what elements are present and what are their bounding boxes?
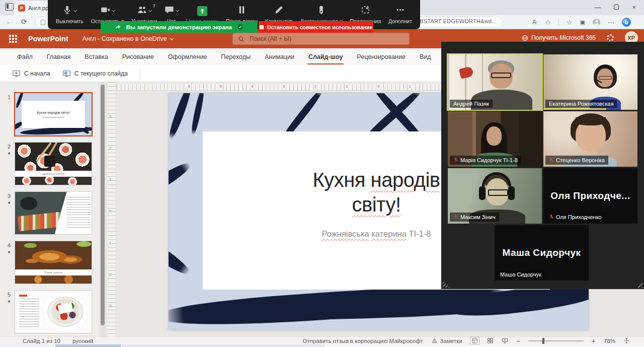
horizontal-ruler: 65432101	[117, 84, 441, 91]
screen-sharing-banner: Вы запустили демонстрацию экрана	[101, 21, 258, 33]
maximize-button[interactable]	[614, 5, 619, 10]
skewers-photo	[18, 212, 62, 232]
minimize-button[interactable]: —	[594, 4, 601, 11]
zoom-slider[interactable]	[528, 340, 584, 341]
thumbnail-row-1: 1 Кухня народів світу!	[0, 93, 99, 135]
muted-mic-icon	[549, 214, 554, 221]
from-current-slide-button[interactable]: С текущего слайда	[57, 67, 133, 80]
from-beginning-button[interactable]: С начала	[7, 67, 55, 80]
participant-name-label: Оля Приходченко	[545, 213, 605, 222]
divider	[558, 19, 559, 26]
thumbnail-row-5: 5★	[0, 291, 99, 333]
resize-handle[interactable]	[635, 281, 642, 288]
ribbon-tab-Главная[interactable]: Главная	[40, 48, 78, 65]
notes-toggle[interactable]: Заметки	[431, 337, 462, 344]
ribbon-tab-Рецензирование[interactable]: Рецензирование	[350, 48, 413, 65]
chevron-down-icon[interactable]	[112, 8, 115, 12]
ribbon-tab-Слайд-шоу[interactable]: Слайд-шоу	[301, 48, 350, 65]
ruler-number: 2	[313, 84, 317, 89]
participant-tile-4[interactable]: Стеценко Вероніка	[543, 111, 637, 167]
favorites-add-icon[interactable]: ☆	[545, 19, 551, 26]
resize-handle[interactable]	[443, 281, 450, 288]
ribbon-tab-Вид[interactable]: Вид	[413, 48, 438, 65]
slide-sorter-button[interactable]	[487, 337, 494, 344]
slide-thumbnail-3[interactable]	[15, 192, 92, 234]
search-input[interactable]	[249, 35, 404, 43]
status-right: Отправить отзыв в корпорацию Майкрософт …	[303, 337, 644, 345]
apps-icon	[361, 5, 370, 17]
favorites-bar-icon[interactable]: ☆	[567, 19, 573, 26]
chevron-down-icon	[170, 37, 174, 40]
feedback-link[interactable]: Отправить отзыв в корпорацию Майкрософт	[303, 338, 423, 344]
scrollbar-thumb[interactable]	[101, 85, 105, 325]
participant-tile-7[interactable]: Маша СидорчукМаша Сидорчук	[495, 225, 589, 281]
zoom-toolbar-mute[interactable]: Выключить	[56, 6, 84, 24]
highlight-bar	[543, 108, 606, 110]
language-indicator[interactable]: русский	[72, 338, 93, 344]
ruler-number: 3	[109, 114, 111, 119]
participant-tile-6[interactable]: Оля Приходче...Оля Приходченко	[543, 168, 637, 224]
remote-control-icon	[316, 5, 326, 17]
ribbon-tab-Переходы[interactable]: Переходы	[214, 48, 258, 65]
zoom-in-button[interactable]: +	[592, 337, 596, 345]
reload-icon[interactable]: ⟳	[21, 18, 27, 26]
zoom-slider-handle[interactable]	[542, 338, 544, 344]
ribbon-tab-Файл[interactable]: Файл	[10, 48, 40, 65]
upgrade-link[interactable]: Получить Microsoft 365	[522, 34, 596, 41]
slide-number: 4	[8, 242, 11, 248]
settings-gear-icon[interactable]	[607, 34, 614, 41]
app-launcher-icon[interactable]	[9, 35, 17, 43]
ribbon-tab-Вставка[interactable]: Вставка	[77, 48, 115, 65]
read-aloud-icon[interactable]: A⁾	[532, 19, 537, 26]
normal-view-button[interactable]	[470, 337, 479, 344]
chevron-down-icon[interactable]	[148, 8, 152, 12]
ruler-number: 6	[187, 84, 191, 89]
stop-sharing-button[interactable]: Остановить совместное использование	[259, 21, 373, 33]
collections-icon[interactable]: ▣	[580, 19, 585, 26]
slide-thumbnail-1[interactable]: Кухня народів світу!	[15, 93, 92, 135]
fit-to-window-button[interactable]	[623, 337, 630, 344]
thumbnail-scrollbar[interactable]	[100, 82, 105, 336]
slideshow-icon	[502, 337, 508, 344]
participant-tile-2[interactable]: Екатерина Рожнятовская	[543, 54, 637, 110]
vertical-ruler: 3210123	[108, 82, 116, 336]
slideshow-view-button[interactable]	[502, 337, 508, 344]
ruler-number: 3	[109, 303, 111, 309]
zoom-toolbar-more[interactable]: Дополнит	[388, 6, 412, 24]
chevron-down-icon[interactable]	[73, 8, 77, 12]
app-name[interactable]: PowerPoint	[28, 35, 68, 43]
participant-name-label: Марія Сидорчук ТІ-1-8	[450, 156, 521, 165]
ribbon-tab-Анимации[interactable]: Анимации	[258, 48, 301, 65]
slide-thumbnail-2[interactable]: japanese cuisine	[15, 143, 92, 185]
divider	[140, 68, 140, 79]
page-icon	[41, 20, 45, 25]
thumbnail-text-lines	[66, 197, 91, 228]
participant-tile-5[interactable]: Максим Зінич	[448, 168, 542, 224]
slide-number: 5	[8, 292, 11, 298]
ruler-number: 1	[109, 240, 111, 246]
bing-sidebar-icon[interactable]: b	[622, 18, 631, 27]
search-icon	[238, 36, 245, 42]
close-button[interactable]: ×	[632, 4, 636, 11]
zoom-video-panel[interactable]: Андрей ПазякЕкатерина РожнятовскаяМарія …	[441, 42, 644, 289]
slide-thumbnail-5[interactable]	[15, 291, 92, 333]
ribbon-tab-Оформление[interactable]: Оформление	[161, 48, 214, 65]
chevron-down-icon[interactable]	[176, 8, 179, 12]
ruler-number: 0	[376, 84, 380, 89]
search-box[interactable]	[232, 33, 410, 45]
ribbon-tab-Рисование[interactable]: Рисование	[115, 48, 161, 65]
browser-more-icon[interactable]: ⋯	[608, 19, 614, 26]
back-icon[interactable]: ←	[6, 18, 13, 26]
zoom-level[interactable]: 78%	[604, 338, 615, 344]
browser-profile-avatar[interactable]	[593, 19, 600, 26]
grilled-chicken-photo	[15, 241, 92, 269]
participant-name-label: Маша Сидорчук	[497, 270, 545, 279]
participant-tile-3[interactable]: Марія Сидорчук ТІ-1-8	[448, 111, 542, 167]
participant-tile-1[interactable]: Андрей Пазяк	[448, 54, 542, 110]
more-icon	[395, 5, 405, 17]
tab-workspaces-icon[interactable]	[5, 3, 14, 11]
zoom-out-button[interactable]: −	[516, 337, 520, 345]
document-title[interactable]: Англ - Сохранено в OneDrive	[83, 35, 173, 42]
slide-thumbnail-4[interactable]: Greek cuisine	[15, 241, 92, 284]
screen: P Англ.pp — × ← ⟳ https://onedrive.live.…	[0, 0, 644, 347]
